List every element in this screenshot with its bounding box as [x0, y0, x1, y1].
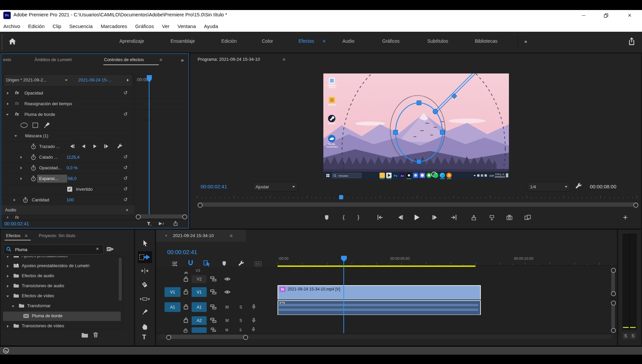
workspace-tab-subtitulos[interactable]: Subtítulos: [427, 38, 448, 44]
timeline-ruler[interactable]: [278, 255, 617, 266]
workspace-tab-color[interactable]: Color: [262, 38, 273, 44]
restore-button[interactable]: [600, 11, 612, 19]
menu-clip[interactable]: Clip: [52, 23, 61, 29]
go-to-in-icon[interactable]: [377, 215, 384, 221]
minimize-button[interactable]: [578, 11, 589, 19]
effect-row-opacidad[interactable]: fx Opacidad ↺: [1, 88, 189, 99]
reset-icon[interactable]: ↺: [123, 154, 128, 160]
v-scroll-handle-4[interactable]: [611, 328, 616, 333]
mask-vertex-handle[interactable]: [433, 109, 438, 114]
filter-properties-icon[interactable]: [146, 221, 152, 228]
tree-item-audio-effects[interactable]: Efectos de audio: [3, 271, 123, 281]
stopwatch-icon[interactable]: [30, 175, 36, 183]
pen-mask-icon[interactable]: [43, 122, 50, 130]
track-target-a3[interactable]: [192, 327, 207, 333]
workspace-tab-graficos[interactable]: Gráficos: [382, 38, 400, 44]
tab-proyecto[interactable]: Proyecto: Sin título: [39, 233, 75, 238]
menu-edicion[interactable]: Edición: [28, 23, 44, 29]
feather-value[interactable]: 1125,4: [67, 155, 80, 160]
track-target-v2[interactable]: V2: [192, 275, 207, 283]
hand-tool[interactable]: [141, 323, 148, 332]
sync-lock-icon[interactable]: [210, 276, 217, 283]
timeline-zoom-scrollbar[interactable]: [159, 335, 612, 339]
sync-lock-icon[interactable]: [210, 317, 217, 325]
next-keyframe-icon[interactable]: [103, 144, 109, 150]
new-bin-folder-icon[interactable]: [81, 332, 88, 340]
program-video-frame[interactable]: Mozilla Thunderbird Vínculos Ps Ae: [323, 73, 509, 179]
ripple-edit-tool[interactable]: [140, 267, 149, 276]
program-timecode[interactable]: 00:00:02:41: [201, 184, 227, 189]
export-panel-icon[interactable]: [173, 221, 179, 228]
track-target-a1[interactable]: A1: [192, 302, 207, 312]
captions-cc-icon[interactable]: CC: [254, 261, 261, 266]
program-menu-icon[interactable]: ≡: [283, 57, 285, 62]
ellipse-mask-icon[interactable]: [20, 122, 28, 130]
lift-icon[interactable]: [470, 215, 477, 222]
lock-icon[interactable]: [183, 328, 188, 334]
mute-button[interactable]: M: [225, 305, 229, 310]
amount-row[interactable]: Cantidad 100 ↺: [1, 195, 134, 206]
playback-resolution-dropdown[interactable]: 1/4: [527, 182, 570, 191]
workspace-tab-edicion[interactable]: Edición: [221, 38, 237, 44]
pen-tool[interactable]: [141, 309, 148, 318]
tree-item-transformar[interactable]: Transformar: [3, 302, 123, 311]
stopwatch-icon[interactable]: [30, 165, 36, 173]
stopwatch-icon[interactable]: [22, 197, 28, 205]
solo-button[interactable]: S: [239, 305, 242, 310]
mask-handle-right[interactable]: [440, 130, 445, 135]
menu-ventana[interactable]: Ventana: [178, 23, 196, 29]
reset-icon[interactable]: ↺: [123, 186, 128, 192]
step-forward-icon[interactable]: [432, 215, 438, 221]
track-v3-row[interactable]: V3: [156, 267, 617, 274]
mark-out-icon[interactable]: }: [357, 214, 359, 221]
mask-opacity-row[interactable]: Opacidad... 0,0 % ↺: [1, 163, 134, 174]
mute-button[interactable]: M: [225, 318, 229, 323]
mask-handle-left[interactable]: [394, 130, 398, 135]
sync-lock-icon[interactable]: [210, 327, 217, 334]
step-back-icon[interactable]: [397, 215, 404, 221]
mask-path-row[interactable]: Trazado ...: [1, 141, 134, 152]
track-select-forward-tool[interactable]: [138, 251, 152, 263]
play-audio-icon[interactable]: ▶♪: [159, 221, 165, 226]
menu-ver[interactable]: Ver: [162, 23, 170, 29]
sequence-tab[interactable]: × 2021-09-24 15-34-10 ≡: [156, 230, 246, 242]
mask-handle-top[interactable]: [417, 101, 421, 105]
sync-lock-icon[interactable]: [210, 304, 217, 311]
rect-mask-icon[interactable]: [32, 122, 39, 130]
prev-keyframe-icon[interactable]: [69, 144, 75, 150]
accelerated-effects-icon[interactable]: [106, 246, 114, 254]
extract-icon[interactable]: [489, 215, 495, 222]
add-keyframe-play-icon[interactable]: [92, 144, 98, 150]
program-scroll-handle-left[interactable]: [198, 203, 203, 208]
ec-scroll-handle-right[interactable]: [182, 214, 187, 219]
workspace-tab-aprendizaje[interactable]: Aprendizaje: [119, 38, 144, 44]
menu-ayuda[interactable]: Ayuda: [204, 23, 218, 29]
collapse-section-icon[interactable]: ▲: [125, 208, 129, 211]
reset-icon[interactable]: ↺: [123, 175, 128, 181]
tree-item-video-effects[interactable]: Efectos de vídeo: [3, 292, 123, 301]
lock-icon[interactable]: [183, 289, 189, 296]
tab-ambitos-lumetri[interactable]: Ámbitos de Lumetri: [34, 57, 72, 62]
track-visibility-eye-icon[interactable]: [224, 289, 231, 296]
v-scroll-handle-2[interactable]: [611, 291, 616, 296]
timeline-clip-video[interactable]: fx 2021-09-24 15-34-10.mp4 [V]: [278, 285, 481, 300]
comparison-view-icon[interactable]: [524, 214, 531, 222]
effects-tree-scrollbar[interactable]: [119, 257, 122, 301]
mask-opacity-value[interactable]: 0,0 %: [67, 165, 78, 170]
lock-icon[interactable]: [183, 277, 189, 283]
go-to-out-icon[interactable]: [450, 215, 457, 221]
zoom-handle-right[interactable]: [243, 335, 248, 340]
timeline-playhead-line[interactable]: [343, 261, 344, 333]
workspace-tab-bibliotecas[interactable]: Bibliotecas: [475, 38, 498, 44]
home-icon[interactable]: [8, 37, 17, 47]
ec-lane-scrollbar[interactable]: [135, 214, 187, 218]
slip-tool[interactable]: [140, 295, 150, 304]
play-button-icon[interactable]: [413, 214, 420, 222]
voiceover-mic-icon[interactable]: [251, 317, 256, 325]
tab-controles-efectos[interactable]: Controles de efectos: [104, 57, 144, 62]
tab-efectos[interactable]: Efectos: [6, 233, 20, 238]
effect-controls-menu-icon[interactable]: ≡: [159, 57, 162, 62]
type-tool[interactable]: T: [142, 333, 146, 341]
clear-search-icon[interactable]: ×: [96, 246, 99, 251]
sync-lock-icon[interactable]: [210, 289, 217, 296]
